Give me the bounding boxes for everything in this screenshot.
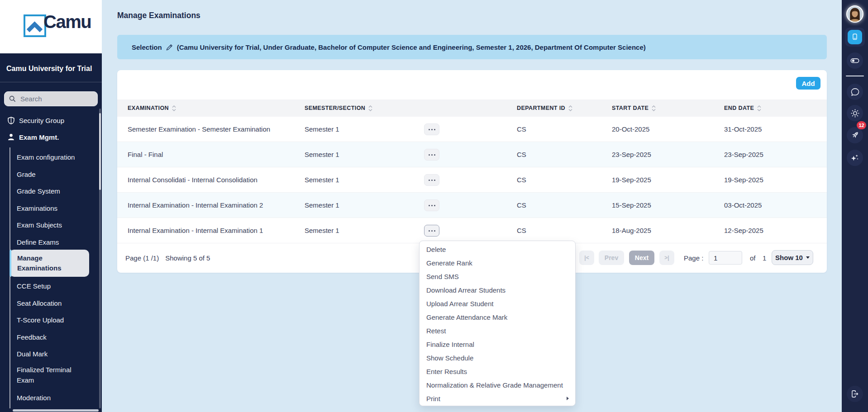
sidebar-item-exam-mgmt[interactable]: Exam Mgmt.: [0, 133, 102, 142]
sidebar-divider: [0, 82, 102, 82]
university-name: Camu University for Trial: [6, 65, 92, 73]
sidebar-item-cce-setup[interactable]: CCE Setup: [17, 281, 98, 291]
logout-button[interactable]: [847, 386, 863, 402]
settings-button[interactable]: [847, 105, 863, 121]
next-page-button[interactable]: Next: [629, 251, 654, 265]
page-number-input[interactable]: [709, 251, 742, 265]
menu-item-delete[interactable]: Delete: [420, 242, 575, 256]
menu-item-upload-arrear-student[interactable]: Upload Arrear Student: [420, 297, 575, 310]
menu-item-show-schedule[interactable]: Show Schedule: [420, 351, 575, 365]
pagination-summary: Page (1 /1) Showing 5 of 5: [125, 243, 210, 272]
sidebar-item-finalized-terminal-exam[interactable]: Finalized Terminal Exam: [17, 365, 76, 386]
edit-pencil-icon[interactable]: [166, 44, 173, 51]
notification-badge: 12: [857, 121, 866, 129]
menu-item-finalize-internal[interactable]: Finalize Internal: [420, 337, 575, 351]
sidebar-item-dual-mark[interactable]: Dual Mark: [17, 349, 98, 359]
department-cell: CS: [517, 117, 526, 142]
sidebar-item-examinations[interactable]: Examinations: [17, 203, 98, 213]
end-date-cell: 12-Sep-2025: [724, 218, 763, 243]
menu-item-generate-rank[interactable]: Generate Rank: [420, 256, 575, 270]
table-row: Internal Examination - Internal Examinat…: [117, 218, 827, 243]
menu-item-send-sms[interactable]: Send SMS: [420, 270, 575, 283]
rocket-icon: [850, 130, 860, 140]
row-actions-context-menu: Delete Generate Rank Send SMS Download A…: [419, 241, 576, 406]
sidebar-item-t-score-upload[interactable]: T-Score Upload: [17, 315, 98, 325]
prev-page-button[interactable]: Prev: [599, 251, 624, 265]
semester-cell: Semester 1: [305, 167, 339, 192]
start-date-cell: 23-Sep-2025: [612, 142, 651, 167]
start-date-cell: 18-Aug-2025: [612, 218, 651, 243]
sidebar-item-label: Exam Mgmt.: [19, 133, 59, 141]
kiosk-icon: [848, 30, 862, 44]
semester-cell: Semester 1: [305, 142, 339, 167]
sidebar: Camu Camu University for Trial Security …: [0, 0, 102, 412]
sidebar-horizontal-scrollbar[interactable]: [13, 409, 99, 412]
menu-item-generate-attendance-mark[interactable]: Generate Attendance Mark: [420, 310, 575, 324]
chat-icon: [850, 87, 860, 97]
sidebar-item-seat-allocation[interactable]: Seat Allocation: [17, 298, 98, 308]
column-header-semester-section[interactable]: SEMESTER/SECTION: [305, 99, 372, 117]
last-page-button[interactable]: >|: [659, 251, 674, 265]
column-header-examination[interactable]: EXAMINATION: [128, 99, 176, 117]
examination-cell: Internal Consolidati - Internal Consolid…: [128, 167, 258, 192]
examination-cell: Final - Final: [128, 142, 163, 167]
ai-assistant-button[interactable]: [847, 150, 863, 166]
menu-item-normalization[interactable]: Normalization & Relative Grade Managemen…: [420, 378, 575, 392]
first-page-button[interactable]: |<: [579, 251, 594, 265]
user-avatar[interactable]: [846, 5, 863, 23]
kiosk-button[interactable]: [845, 28, 865, 47]
semester-cell: Semester 1: [305, 193, 339, 218]
caret-down-icon: [806, 256, 810, 259]
chevron-up-icon: [25, 17, 45, 36]
search-input[interactable]: [19, 95, 93, 103]
examination-cell: Internal Examination - Internal Examinat…: [128, 193, 263, 218]
sidebar-item-moderation[interactable]: Moderation: [17, 393, 98, 403]
sidebar-item-grade[interactable]: Grade: [17, 169, 98, 180]
row-actions-button[interactable]: [424, 199, 439, 211]
toggle-button[interactable]: [847, 52, 863, 69]
sidebar-item-security-group[interactable]: Security Group: [0, 116, 102, 126]
sort-icon: [368, 105, 372, 111]
page-size-dropdown[interactable]: Show 10: [772, 250, 813, 265]
table-row: Internal Consolidati - Internal Consolid…: [117, 167, 827, 193]
department-cell: CS: [517, 167, 526, 192]
row-actions-button[interactable]: [424, 174, 439, 186]
menu-item-download-arrear-students[interactable]: Download Arrear Students: [420, 283, 575, 297]
camu-logo: [24, 14, 46, 37]
sidebar-item-manage-examinations[interactable]: Manage Examinations: [10, 250, 89, 277]
sidebar-item-grade-system[interactable]: Grade System: [17, 186, 98, 196]
semester-cell: Semester 1: [305, 117, 339, 142]
search-icon: [9, 95, 16, 102]
column-header-end-date[interactable]: END DATE: [724, 99, 761, 117]
row-actions-button[interactable]: [424, 149, 439, 161]
table-row: Internal Examination - Internal Examinat…: [117, 193, 827, 218]
sidebar-item-define-exams[interactable]: Define Exams: [17, 237, 98, 247]
sidebar-search[interactable]: [4, 91, 98, 106]
whats-new-button[interactable]: [847, 127, 863, 143]
column-header-department-id[interactable]: DEPARTMENT ID: [517, 99, 572, 117]
row-actions-button-open[interactable]: [424, 225, 439, 237]
sidebar-item-exam-configuration[interactable]: Exam configuration: [17, 152, 98, 162]
column-header-start-date[interactable]: START DATE: [612, 99, 656, 117]
department-cell: CS: [517, 218, 526, 243]
rail-divider: [846, 76, 864, 76]
table-row: Semester Examination - Semester Examinat…: [117, 117, 827, 142]
sidebar-item-feedback[interactable]: Feedback: [17, 332, 98, 342]
menu-item-print[interactable]: Print: [420, 392, 575, 405]
sort-icon: [757, 105, 761, 111]
row-actions-button[interactable]: [424, 123, 439, 135]
menu-item-retest[interactable]: Retest: [420, 324, 575, 337]
add-button[interactable]: Add: [796, 77, 820, 90]
start-date-cell: 19-Sep-2025: [612, 167, 651, 192]
chat-button[interactable]: [847, 84, 863, 100]
menu-item-enter-results[interactable]: Enter Results: [420, 365, 575, 378]
of-label: of: [750, 251, 756, 265]
selection-label: Selection: [132, 43, 162, 51]
end-date-cell: 19-Sep-2025: [724, 167, 763, 192]
active-item-label: Manage Examinations: [17, 253, 72, 273]
sidebar-item-exam-subjects[interactable]: Exam Subjects: [17, 220, 98, 230]
sidebar-scrollbar-thumb[interactable]: [99, 113, 101, 190]
end-date-cell: 31-Oct-2025: [724, 117, 762, 142]
page-label: Page :: [684, 251, 703, 265]
gear-icon: [850, 109, 860, 118]
